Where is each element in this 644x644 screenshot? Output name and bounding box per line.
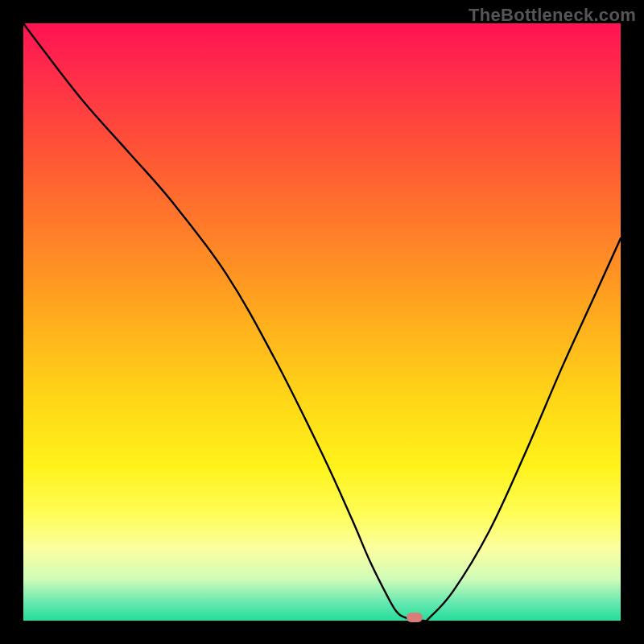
- optimum-marker: [407, 613, 423, 622]
- watermark-text: TheBottleneck.com: [469, 5, 636, 26]
- bottleneck-curve: [23, 23, 621, 621]
- plot-area: [23, 23, 621, 621]
- chart-frame: TheBottleneck.com: [0, 0, 644, 644]
